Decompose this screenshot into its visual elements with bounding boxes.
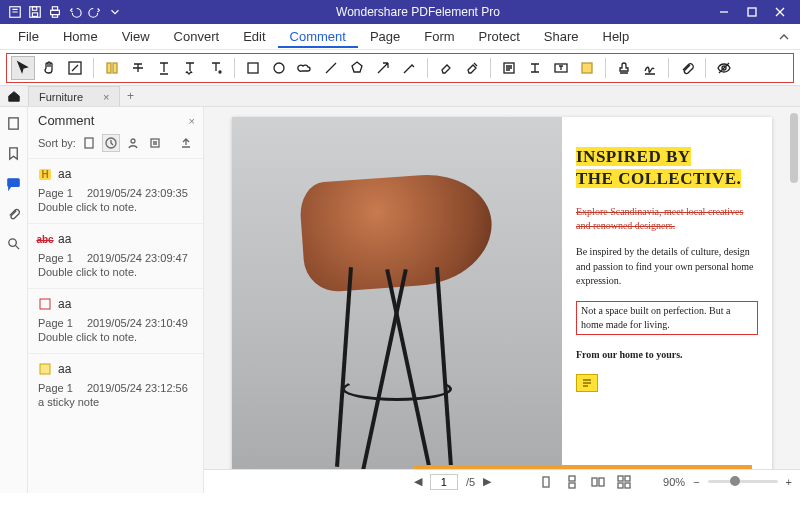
rectangle-shape-icon[interactable]: [241, 56, 265, 80]
comment-note: Double click to note.: [38, 266, 193, 278]
squiggly-tool-icon[interactable]: [178, 56, 202, 80]
document-tab-close-icon[interactable]: ×: [103, 91, 109, 103]
line-shape-icon[interactable]: [319, 56, 343, 80]
comment-item[interactable]: aa Page 12019/05/24 23:12:56 a sticky no…: [28, 353, 203, 418]
menu-home[interactable]: Home: [51, 25, 110, 48]
comment-author: aa: [58, 232, 71, 246]
bookmarks-panel-icon[interactable]: [4, 143, 24, 163]
sort-by-type-icon[interactable]: [146, 134, 164, 152]
eraser-tool-icon[interactable]: [434, 56, 458, 80]
svg-rect-6: [52, 15, 57, 18]
sort-by-time-icon[interactable]: [102, 134, 120, 152]
signature-tool-icon[interactable]: [638, 56, 662, 80]
cloud-shape-icon[interactable]: [293, 56, 317, 80]
menu-convert[interactable]: Convert: [162, 25, 232, 48]
view-single-icon[interactable]: [537, 473, 555, 491]
minimize-button[interactable]: [710, 2, 738, 22]
zoom-slider[interactable]: [708, 480, 778, 483]
strikethrough-annotation[interactable]: Explore Scandinavia, meet local creative…: [576, 205, 758, 233]
area-highlight-tool-icon[interactable]: [575, 56, 599, 80]
highlight-annotation[interactable]: INSPIRED BY: [576, 147, 691, 166]
box-type-icon: [38, 297, 52, 311]
menu-share[interactable]: Share: [532, 25, 591, 48]
print-icon[interactable]: [46, 3, 64, 21]
add-tab-button[interactable]: +: [120, 86, 140, 106]
menu-edit[interactable]: Edit: [231, 25, 277, 48]
view-facing-continuous-icon[interactable]: [615, 473, 633, 491]
save-icon[interactable]: [26, 3, 44, 21]
caret-tool-icon[interactable]: [204, 56, 228, 80]
comments-panel-icon[interactable]: [4, 173, 24, 193]
comment-toolbar: [6, 53, 794, 83]
menu-file[interactable]: File: [6, 25, 51, 48]
stamp-tool-icon[interactable]: [612, 56, 636, 80]
svg-rect-3: [32, 7, 36, 11]
svg-rect-29: [569, 483, 575, 488]
comment-time: 2019/05/24 23:09:35: [87, 187, 188, 199]
comment-item[interactable]: aa Page 12019/05/24 23:10:49 Double clic…: [28, 288, 203, 353]
view-facing-icon[interactable]: [589, 473, 607, 491]
prev-page-icon[interactable]: ◀: [414, 475, 422, 488]
polygon-shape-icon[interactable]: [345, 56, 369, 80]
side-rail: [0, 107, 28, 493]
thumbnails-panel-icon[interactable]: [4, 113, 24, 133]
highlight-annotation[interactable]: THE COLLECTIVE.: [576, 169, 741, 188]
svg-rect-24: [151, 139, 159, 147]
rectangle-annotation[interactable]: Not a space built on perfection. But a h…: [576, 301, 758, 335]
qat-dropdown-icon[interactable]: [106, 3, 124, 21]
svg-point-20: [9, 238, 17, 246]
main-area: Comment × Sort by: Haa Page 12019/05/24 …: [0, 107, 800, 493]
document-viewer: INSPIRED BY THE COLLECTIVE. Explore Scan…: [204, 107, 800, 493]
arrow-shape-icon[interactable]: [371, 56, 395, 80]
menu-protect[interactable]: Protect: [467, 25, 532, 48]
menu-view[interactable]: View: [110, 25, 162, 48]
close-button[interactable]: [766, 2, 794, 22]
comment-page: Page 1: [38, 382, 73, 394]
textbox-tool-icon[interactable]: [549, 56, 573, 80]
menu-help[interactable]: Help: [591, 25, 642, 48]
hide-annotations-icon[interactable]: [712, 56, 736, 80]
sort-by-author-icon[interactable]: [124, 134, 142, 152]
maximize-button[interactable]: [738, 2, 766, 22]
attachments-panel-icon[interactable]: [4, 203, 24, 223]
search-panel-icon[interactable]: [4, 233, 24, 253]
select-tool-icon[interactable]: [11, 56, 35, 80]
panel-close-icon[interactable]: ×: [189, 115, 195, 127]
strike-type-icon: abc: [38, 232, 52, 246]
page-photo: [232, 117, 562, 469]
redo-icon[interactable]: [86, 3, 104, 21]
next-page-icon[interactable]: ▶: [483, 475, 491, 488]
strikethrough-tool-icon[interactable]: [126, 56, 150, 80]
comment-page: Page 1: [38, 317, 73, 329]
underline-tool-icon[interactable]: [152, 56, 176, 80]
menu-form[interactable]: Form: [412, 25, 466, 48]
collapse-ribbon-icon[interactable]: [774, 27, 794, 47]
typewriter-tool-icon[interactable]: [523, 56, 547, 80]
note-tool-icon[interactable]: [497, 56, 521, 80]
attachment-tool-icon[interactable]: [675, 56, 699, 80]
zoom-in-icon[interactable]: +: [786, 476, 792, 488]
undo-icon[interactable]: [66, 3, 84, 21]
home-icon[interactable]: [4, 86, 24, 106]
sort-by-page-icon[interactable]: [80, 134, 98, 152]
edit-tool-icon[interactable]: [63, 56, 87, 80]
hand-tool-icon[interactable]: [37, 56, 61, 80]
page-canvas[interactable]: INSPIRED BY THE COLLECTIVE. Explore Scan…: [204, 107, 800, 469]
highlight-tool-icon[interactable]: [100, 56, 124, 80]
freehand-shape-icon[interactable]: [397, 56, 421, 80]
view-continuous-icon[interactable]: [563, 473, 581, 491]
erase-all-icon[interactable]: [460, 56, 484, 80]
circle-shape-icon[interactable]: [267, 56, 291, 80]
document-tab[interactable]: Furniture ×: [28, 86, 120, 106]
vertical-scrollbar[interactable]: [790, 113, 798, 183]
zoom-out-icon[interactable]: −: [693, 476, 699, 488]
menu-page[interactable]: Page: [358, 25, 412, 48]
comment-list: Haa Page 12019/05/24 23:09:35 Double cli…: [28, 158, 203, 493]
comment-item[interactable]: Haa Page 12019/05/24 23:09:35 Double cli…: [28, 158, 203, 223]
comment-item[interactable]: abcaa Page 12019/05/24 23:09:47 Double c…: [28, 223, 203, 288]
page-number-input[interactable]: [430, 474, 458, 490]
comment-author: aa: [58, 167, 71, 181]
sticky-note-annotation[interactable]: [576, 374, 598, 392]
menu-comment[interactable]: Comment: [278, 25, 358, 48]
export-comments-icon[interactable]: [177, 134, 195, 152]
